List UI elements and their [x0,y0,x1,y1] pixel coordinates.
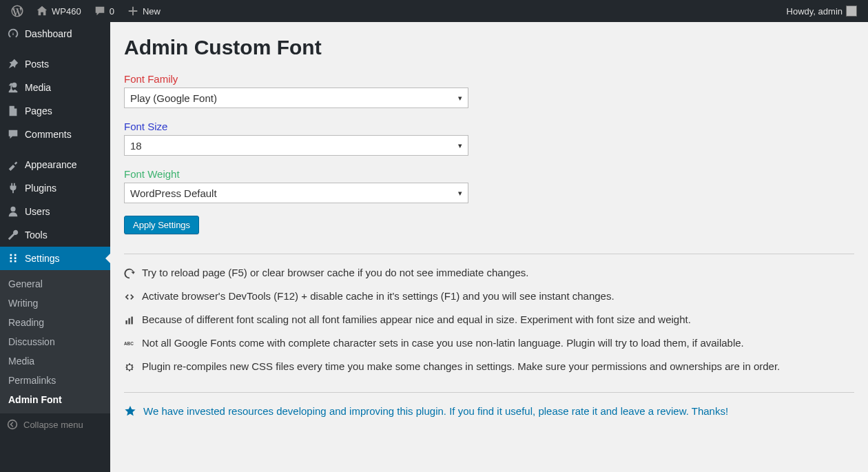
submenu-adminfont[interactable]: Admin Font [0,390,110,409]
menu-label: Plugins [25,183,56,194]
menu-label: Users [25,206,50,217]
menu-plugins[interactable]: Plugins [0,176,110,200]
dashboard-icon [7,28,19,40]
promo-rate[interactable]: We have invested resources developing an… [124,405,854,418]
page-title: Admin Custom Font [124,36,854,59]
appearance-icon [7,158,19,171]
menu-appearance[interactable]: Appearance [0,153,110,176]
menu-media[interactable]: Media [0,76,110,99]
new-label: New [143,6,161,17]
comments-count: 0 [110,6,114,17]
menu-settings[interactable]: Settings [0,247,110,270]
site-link[interactable]: WP460 [30,0,87,22]
submenu-writing[interactable]: Writing [0,294,110,313]
font-weight-value: WordPress Default [130,187,217,199]
abc-icon: ABC [124,338,135,349]
note-text: Activate browser's DevTools (F12) + disa… [142,290,614,302]
collapse-label: Collapse menu [23,420,83,430]
pin-icon [7,58,19,70]
menu-label: Comments [25,129,72,140]
menu-users[interactable]: Users [0,200,110,223]
tool-icon [7,229,19,241]
divider [124,254,854,254]
chart-icon [124,315,135,326]
divider [124,392,854,393]
note-text: Try to reload page (F5) or clear browser… [142,267,528,278]
promo-text: We have invested resources developing an… [143,405,728,417]
wordpress-icon [11,5,23,17]
font-family-value: Play (Google Font) [130,92,217,104]
note-charset: ABC Not all Google Fonts come with compl… [124,337,854,349]
submenu-general[interactable]: General [0,274,110,294]
comments-link[interactable]: 0 [88,0,120,22]
submenu-discussion[interactable]: Discussion [0,332,110,351]
submenu-media[interactable]: Media [0,351,110,371]
note-reload: Try to reload page (F5) or clear browser… [124,267,854,279]
font-size-value: 18 [130,140,142,152]
font-family-label: Font Family [124,73,854,85]
site-name: WP460 [52,6,81,17]
font-weight-label: Font Weight [124,168,854,180]
settings-icon [7,252,19,265]
user-icon [7,205,19,218]
note-text: Plugin re-compiles new CSS files every t… [142,360,780,372]
plugin-icon [7,182,19,194]
apply-button[interactable]: Apply Settings [124,216,199,234]
note-scaling: Because of different font scaling not al… [124,314,854,326]
menu-label: Posts [25,59,49,70]
page-content: Admin Custom Font Font Family Play (Goog… [110,22,868,472]
font-family-select[interactable]: Play (Google Font) [124,88,468,108]
menu-label: Pages [25,105,52,116]
home-icon [36,5,48,17]
font-weight-select[interactable]: WordPress Default [124,183,468,203]
admin-sidebar: Dashboard Posts Media Pages Comments App… [0,22,110,472]
comment-icon [94,5,106,17]
note-text: Not all Google Fonts come with complete … [142,337,744,349]
gear-icon [124,362,135,373]
submenu-reading[interactable]: Reading [0,313,110,332]
plus-icon [127,5,139,17]
page-icon [7,105,19,117]
menu-dashboard[interactable]: Dashboard [0,22,110,45]
menu-label: Settings [25,253,60,264]
note-text: Because of different font scaling not al… [142,314,691,325]
font-size-label: Font Size [124,121,854,132]
menu-label: Media [25,82,51,93]
note-permissions: Plugin re-compiles new CSS files every t… [124,360,854,373]
menu-comments[interactable]: Comments [0,123,110,146]
code-icon [124,291,135,302]
font-size-select[interactable]: 18 [124,135,468,156]
avatar [846,6,857,17]
collapse-icon [7,419,18,430]
menu-label: Appearance [25,159,77,170]
note-devtools: Activate browser's DevTools (F12) + disa… [124,290,854,302]
reload-icon [124,268,135,279]
svg-point-0 [8,420,17,429]
admin-bar: WP460 0 New Howdy, admin [0,0,868,22]
collapse-menu[interactable]: Collapse menu [0,413,110,435]
menu-posts[interactable]: Posts [0,52,110,76]
howdy-text: Howdy, admin [787,6,843,17]
new-link[interactable]: New [121,0,166,22]
svg-text:ABC: ABC [124,341,134,346]
menu-label: Dashboard [25,28,72,39]
submenu-permalinks[interactable]: Permalinks [0,371,110,390]
star-icon [124,405,136,418]
settings-submenu: General Writing Reading Discussion Media… [0,270,110,413]
menu-label: Tools [25,229,48,240]
comment-icon [7,128,19,141]
wp-logo[interactable] [6,0,29,22]
menu-tools[interactable]: Tools [0,223,110,247]
menu-pages[interactable]: Pages [0,99,110,123]
account-link[interactable]: Howdy, admin [781,0,862,22]
media-icon [7,81,19,94]
